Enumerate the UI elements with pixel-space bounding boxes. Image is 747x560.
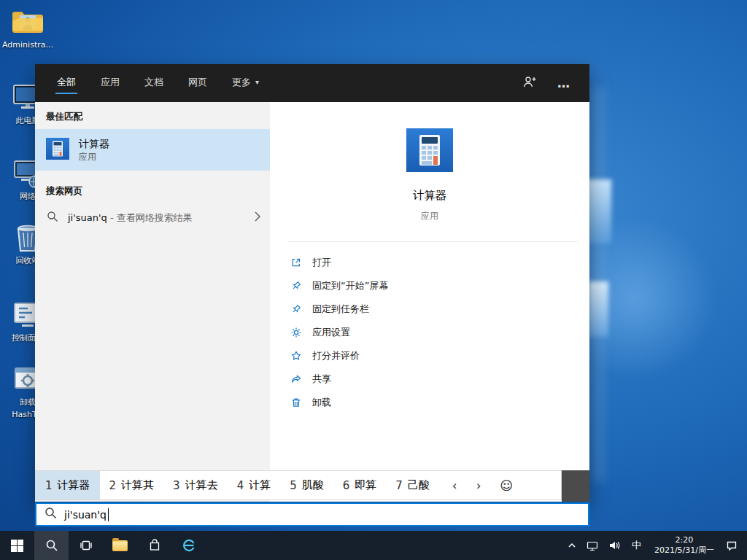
- action-center-button[interactable]: [721, 531, 743, 560]
- ime-candidate-6[interactable]: 6即算: [333, 471, 387, 499]
- pin-icon: [290, 303, 302, 315]
- tab-label: 网页: [188, 76, 207, 89]
- context-actions: 打开 固定到“开始”屏幕 固定到任务栏 应用设置: [290, 251, 589, 414]
- tray-network[interactable]: [581, 531, 603, 560]
- tab-documents[interactable]: 文档: [143, 73, 165, 94]
- search-icon: [45, 539, 58, 552]
- task-view-button[interactable]: [69, 531, 103, 560]
- clock-time: 2:20: [654, 535, 714, 545]
- taskbar-clock[interactable]: 2:20 2021/5/31/周一: [648, 535, 721, 556]
- ime-candidate-5[interactable]: 5肌酸: [280, 471, 333, 499]
- action-open[interactable]: 打开: [290, 251, 589, 274]
- internet-explorer-icon: [182, 538, 196, 553]
- candidate-text: 即算: [355, 478, 376, 492]
- web-search-suggestion[interactable]: ji'suan'q - 查看网络搜索结果: [35, 203, 270, 233]
- ime-emoji-button[interactable]: ☺: [500, 478, 513, 493]
- result-title: 计算器: [79, 137, 109, 151]
- web-search-header: 搜索网页: [46, 185, 270, 198]
- ime-candidate-bar: 1计算器 2计算其 3计算去 4计算 5肌酸 6即算 7己酸 ‹ › ☺: [35, 470, 562, 500]
- tab-label: 全部: [57, 76, 76, 89]
- candidate-index: 1: [45, 479, 53, 492]
- sign-in-person-icon[interactable]: [522, 75, 537, 91]
- preview-title: 计算器: [413, 188, 447, 203]
- search-icon: [44, 507, 57, 522]
- action-label: 打分并评价: [312, 349, 360, 362]
- more-options-icon[interactable]: …: [557, 79, 570, 87]
- tray-ime-indicator[interactable]: 中: [625, 531, 648, 560]
- wallpaper-beam: [588, 281, 608, 337]
- chevron-up-icon: [568, 541, 576, 550]
- calculator-app-icon: [46, 138, 69, 163]
- tab-web[interactable]: 网页: [187, 73, 209, 94]
- search-results-list: 最佳匹配 计算器 应用 搜索网页 ji'sua: [35, 102, 270, 502]
- chevron-down-icon: ▾: [255, 78, 259, 86]
- taskbar-search-button[interactable]: [34, 531, 69, 560]
- ime-candidate-4[interactable]: 4计算: [228, 471, 281, 499]
- candidate-index: 4: [237, 479, 244, 492]
- speaker-icon: [608, 540, 620, 551]
- system-tray: 中 2:20 2021/5/31/周一: [562, 531, 747, 560]
- candidate-index: 5: [290, 479, 297, 492]
- windows-logo-icon: [11, 540, 23, 552]
- action-pin-to-start[interactable]: 固定到“开始”屏幕: [290, 274, 589, 298]
- tab-apps[interactable]: 应用: [99, 73, 121, 94]
- tray-volume[interactable]: [603, 531, 625, 560]
- web-query-suffix: - 查看网络搜索结果: [107, 212, 193, 223]
- result-calculator-app[interactable]: 计算器 应用: [35, 129, 270, 171]
- result-preview-pane: 计算器 应用 打开 固定到“开始”屏幕 固定到任务栏: [270, 102, 589, 502]
- action-pin-to-taskbar[interactable]: 固定到任务栏: [290, 298, 589, 321]
- action-share[interactable]: 共享: [290, 368, 589, 391]
- folder-icon: [112, 540, 128, 551]
- search-flyout-panel: 全部 应用 文档 网页 更多 ▾ … 最佳匹配: [35, 64, 589, 502]
- ime-next-page-icon[interactable]: ›: [473, 478, 484, 493]
- tab-label: 应用: [101, 76, 120, 89]
- action-label: 打开: [312, 256, 331, 269]
- task-view-icon: [80, 539, 93, 552]
- ime-prev-page-icon[interactable]: ‹: [449, 478, 460, 493]
- preview-subtitle: 应用: [421, 210, 438, 222]
- candidate-index: 6: [343, 479, 350, 492]
- desktop-icon-administrator[interactable]: Administra...: [2, 6, 53, 50]
- tab-all[interactable]: 全部: [55, 73, 77, 94]
- action-rate-review[interactable]: 打分并评价: [290, 344, 589, 368]
- action-label: 卸载: [312, 396, 331, 409]
- wallpaper-beam: [587, 179, 611, 244]
- ime-candidate-3[interactable]: 3计算去: [163, 471, 228, 499]
- ime-candidate-2[interactable]: 2计算其: [100, 471, 164, 499]
- action-app-settings[interactable]: 应用设置: [290, 321, 589, 344]
- tab-more[interactable]: 更多 ▾: [231, 73, 260, 94]
- gear-icon: [290, 327, 302, 338]
- text-caret: [108, 508, 109, 521]
- trash-icon: [290, 397, 302, 408]
- clock-date: 2021/5/31/周一: [654, 545, 714, 556]
- tab-label: 文档: [144, 76, 163, 89]
- tray-show-hidden-icons[interactable]: [562, 531, 581, 560]
- network-icon: [587, 540, 598, 551]
- candidate-index: 2: [109, 479, 117, 492]
- action-uninstall[interactable]: 卸载: [290, 391, 589, 414]
- taskbar-search-input[interactable]: ji'suan'q: [35, 502, 589, 526]
- tab-label: 更多: [232, 76, 251, 89]
- internet-explorer-button[interactable]: [171, 531, 206, 560]
- search-input-value: ji'suan'q: [64, 509, 107, 521]
- chevron-right-icon[interactable]: [254, 211, 261, 225]
- file-explorer-button[interactable]: [103, 531, 137, 560]
- desktop-icon-label: Administra...: [2, 40, 53, 50]
- action-label: 固定到任务栏: [312, 303, 369, 316]
- share-icon: [290, 373, 302, 385]
- result-subtitle: 应用: [79, 151, 109, 163]
- taskbar: 中 2:20 2021/5/31/周一: [0, 531, 747, 560]
- candidate-text: 计算其: [121, 478, 154, 492]
- action-label: 固定到“开始”屏幕: [312, 279, 388, 292]
- microsoft-store-button[interactable]: [137, 531, 171, 560]
- start-button[interactable]: [0, 531, 34, 560]
- calculator-app-tile-icon: [406, 128, 453, 175]
- ime-candidate-7[interactable]: 7己酸: [386, 471, 439, 499]
- star-icon: [290, 350, 302, 362]
- candidate-index: 3: [173, 479, 180, 492]
- desktop: Administra... 此电脑 网络 回收站 控制面板 卸载 HashT..…: [0, 0, 747, 560]
- ime-candidate-1[interactable]: 1计算器: [36, 471, 100, 499]
- search-icon: [47, 211, 58, 225]
- search-panel-header: 全部 应用 文档 网页 更多 ▾ …: [35, 64, 589, 102]
- store-bag-icon: [148, 539, 161, 552]
